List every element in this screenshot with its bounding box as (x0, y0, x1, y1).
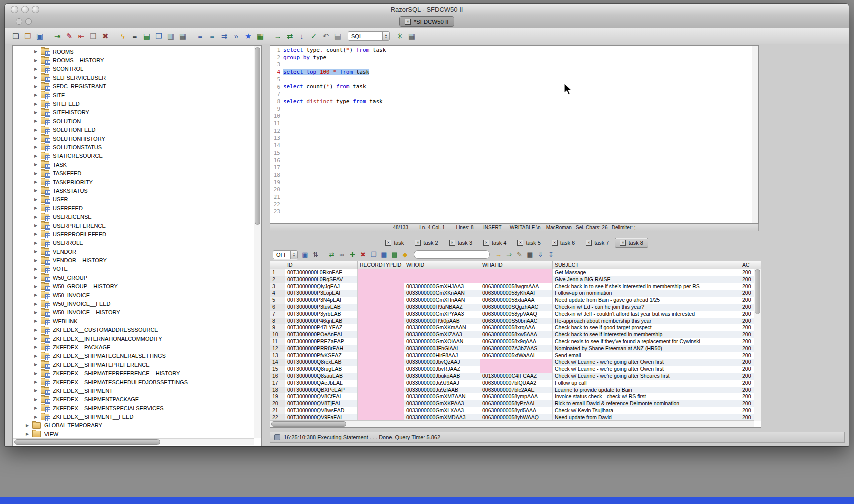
table-cell[interactable]: 00T3000000L0RqSEAV (286, 276, 358, 284)
scrollbar-thumb[interactable] (255, 48, 260, 225)
disclosure-triangle-icon[interactable]: ▶ (34, 215, 41, 220)
table-cell[interactable]: 0033000000H9i0pAAB (404, 318, 480, 325)
tree-item-sitehistory[interactable]: ▶SITEHISTORY (13, 108, 262, 117)
tree-item-zkfedex-shipmatescheduledjobssettings[interactable]: ▶ZKFEDEX__SHIPMATESCHEDULEDJOBSSETTINGS (13, 378, 262, 386)
table-cell[interactable] (358, 359, 404, 366)
connect-icon[interactable]: ⇥ (52, 31, 64, 42)
form-view-icon[interactable]: ▤ (390, 250, 400, 260)
tree-item-w50-invoice[interactable]: ▶W50_INVOICE (13, 291, 262, 300)
table-cell[interactable]: 0033000000HirF8AAJ (404, 352, 480, 360)
table-cell[interactable]: 00T3000000P3yrbEAB (286, 311, 358, 318)
tree-item-zkfedex-shipment-feed[interactable]: ▶ZKFEDEX__SHIPMENT__FEED (13, 412, 262, 421)
disclosure-triangle-icon[interactable]: ▶ (34, 258, 41, 263)
primary-key-icon[interactable]: ◆ (400, 250, 410, 260)
disclosure-triangle-icon[interactable]: ▶ (34, 102, 41, 106)
scrollbar-thumb[interactable] (14, 440, 160, 445)
disclosure-triangle-icon[interactable]: ▶ (26, 432, 32, 436)
align-right-icon[interactable]: ≡ (206, 31, 218, 42)
disclosure-triangle-icon[interactable]: ▶ (34, 110, 41, 115)
sql-line[interactable]: group by type (284, 54, 758, 62)
disclosure-triangle-icon[interactable]: ▶ (34, 415, 41, 420)
tree-item-staticresource[interactable]: ▶STATICRESOURCE (13, 152, 262, 160)
sql-line[interactable] (284, 128, 758, 136)
tree-item-rooms[interactable]: ▶ROOMS (13, 48, 262, 56)
disclosure-triangle-icon[interactable]: ▶ (34, 162, 41, 167)
sql-line[interactable]: select top 100 * from task (284, 69, 758, 76)
close-connection-icon[interactable]: ✕ (405, 19, 411, 25)
close-tab-icon[interactable]: ✕ (552, 240, 558, 246)
table-cell[interactable] (358, 366, 404, 373)
disclosure-triangle-icon[interactable]: ▶ (34, 267, 41, 272)
result-tab-task-7[interactable]: ✕task 7 (581, 238, 614, 248)
table-cell[interactable]: Send email (553, 352, 740, 360)
sort-results-icon[interactable]: ⇅ (310, 250, 321, 260)
result-tab-task-5[interactable]: ✕task 5 (512, 238, 546, 248)
disclosure-triangle-icon[interactable]: ▶ (34, 388, 41, 393)
panel-splitter[interactable] (262, 46, 266, 446)
disclosure-triangle-icon[interactable]: ▶ (34, 319, 41, 324)
table-cell[interactable]: 00T3000000QAeJbEAL (286, 380, 358, 387)
disclosure-triangle-icon[interactable]: ▶ (34, 328, 41, 332)
disclosure-triangle-icon[interactable]: ▶ (34, 310, 41, 315)
disclosure-triangle-icon[interactable]: ▶ (34, 154, 41, 158)
tree-item-task[interactable]: ▶TASK (13, 160, 262, 169)
sql-line[interactable] (284, 106, 758, 114)
close-window-button[interactable] (11, 6, 18, 14)
table-cell[interactable]: 0033000000GmXKPAA3 (404, 400, 480, 408)
table-cell[interactable]: 00T3000000Q8rugEAB (286, 366, 358, 373)
result-tab-task-2[interactable]: ✕task 2 (410, 238, 443, 248)
tree-item-userfeed[interactable]: ▶USERFEED (13, 204, 262, 212)
tree-item-w50-group-history[interactable]: ▶W50_GROUP__HISTORY (13, 282, 262, 291)
table-cell[interactable]: 0033000000GmXHJAA3 (404, 284, 480, 290)
table-cell[interactable]: Check-in w/ Ed - can he join this year? (553, 304, 740, 311)
close-tab-icon[interactable]: ✕ (586, 240, 592, 246)
disclosure-triangle-icon[interactable]: ▶ (34, 76, 41, 80)
table-cell[interactable]: 006300000058xw5AAA (480, 332, 553, 338)
table-cell[interactable]: 0033000000Ju9J9AAJ (404, 380, 480, 387)
column-header-id[interactable]: ID (286, 262, 358, 269)
sql-line[interactable] (284, 179, 758, 186)
table-describe-icon[interactable]: ▦ (379, 250, 390, 260)
go-forward-icon[interactable]: → (272, 31, 284, 42)
table-cell[interactable] (358, 311, 404, 318)
table-cell[interactable] (480, 366, 553, 373)
table-cell[interactable]: 0033000000GmXHnAAN (404, 297, 480, 304)
table-cell[interactable]: 00T3000000Q8sauEAB (286, 373, 358, 380)
scrollbar-thumb[interactable] (272, 422, 346, 427)
tree-item-zkfedex-shipmatepreference-history[interactable]: ▶ZKFEDEX__SHIPMATEPREFERENCE__HISTORY (13, 369, 262, 378)
column-header-subject[interactable]: SUBJECT (553, 262, 740, 269)
tree-item-userrole[interactable]: ▶USERROLE (13, 239, 262, 248)
tree-horizontal-scrollbar[interactable] (14, 438, 254, 446)
table-cell[interactable]: Follow-up on nomination (553, 290, 740, 297)
disclosure-triangle-icon[interactable]: ▶ (26, 424, 32, 428)
results-search-input[interactable] (414, 250, 490, 259)
table-cell[interactable]: 0033000000H9aNBAAZ (404, 304, 480, 311)
table-cell[interactable]: Check-in w/ Jeff - couldn't afford last … (553, 311, 740, 318)
table-cell[interactable]: Need update from Bain - gave go ahead 1/… (553, 297, 740, 304)
tree-item-zkfedex-package[interactable]: ▶ZKFEDEX__PACKAGE (13, 343, 262, 352)
table-cell[interactable]: Check w/ Leanne - we're going after Shea… (553, 373, 740, 380)
open-file-icon[interactable]: ❒ (22, 31, 34, 42)
table-cell[interactable] (358, 373, 404, 380)
table-cell[interactable] (358, 318, 404, 325)
disclosure-triangle-icon[interactable]: ▶ (34, 145, 41, 150)
table-cell[interactable]: 006300000058xrqAAA (480, 324, 553, 332)
table-cell[interactable]: 00T3000000P3tuvEAB (286, 304, 358, 311)
table-cell[interactable]: Get Massage (553, 270, 740, 276)
table-cell[interactable]: 006300000058yPzAAI (480, 400, 553, 408)
disclosure-triangle-icon[interactable]: ▶ (34, 336, 41, 341)
column-header-whatid[interactable]: WHATID (480, 262, 553, 269)
table-cell[interactable]: Follow up call (553, 380, 740, 387)
sql-line[interactable] (284, 172, 758, 180)
table-cell[interactable]: 006300000058yKhAAI (480, 290, 553, 297)
grid-view-icon[interactable]: ▦ (254, 31, 266, 42)
rollback-icon[interactable]: ↶ (320, 31, 332, 42)
describe-table-icon[interactable]: ▦ (177, 31, 189, 42)
table-cell[interactable]: 0033000000GmXOiAAN (404, 338, 480, 346)
table-cell[interactable]: 00T3000000PfvKSEAZ (286, 352, 358, 360)
table-cell[interactable]: Check w/ Leanne - we're going after Owen… (553, 359, 740, 366)
table-cell[interactable] (358, 290, 404, 297)
scrollbar-thumb[interactable] (755, 270, 760, 314)
new-file-icon[interactable]: ❏ (10, 31, 22, 42)
sql-editor[interactable]: 1234567891011121314151617181920212223 se… (270, 46, 759, 224)
